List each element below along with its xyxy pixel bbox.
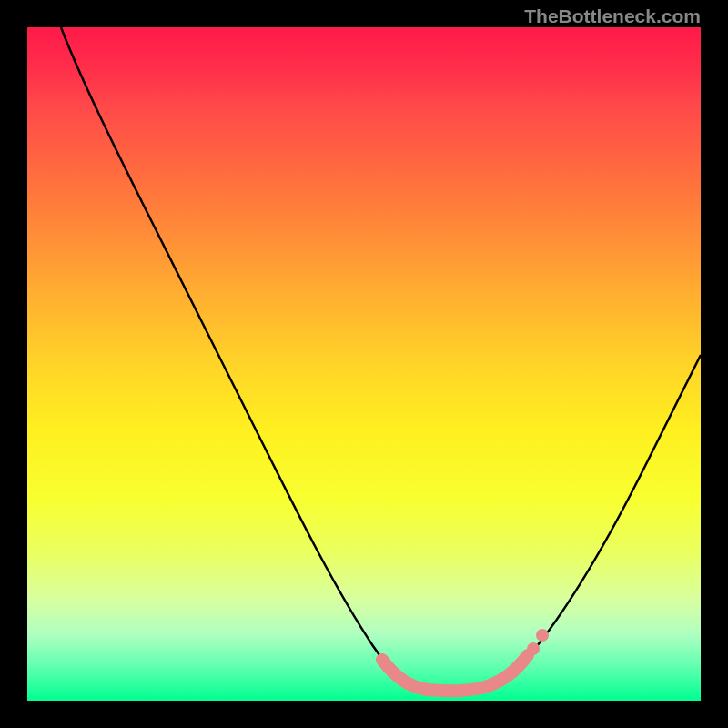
bottleneck-curve: [61, 27, 701, 691]
highlight-dot: [527, 642, 540, 655]
watermark-text: TheBottleneck.com: [524, 5, 701, 27]
highlight-dot: [536, 629, 549, 642]
plot-area: [27, 27, 701, 701]
curve-svg: [27, 27, 701, 701]
chart-container: TheBottleneck.com: [0, 0, 728, 728]
optimal-zone-highlight: [382, 655, 528, 691]
